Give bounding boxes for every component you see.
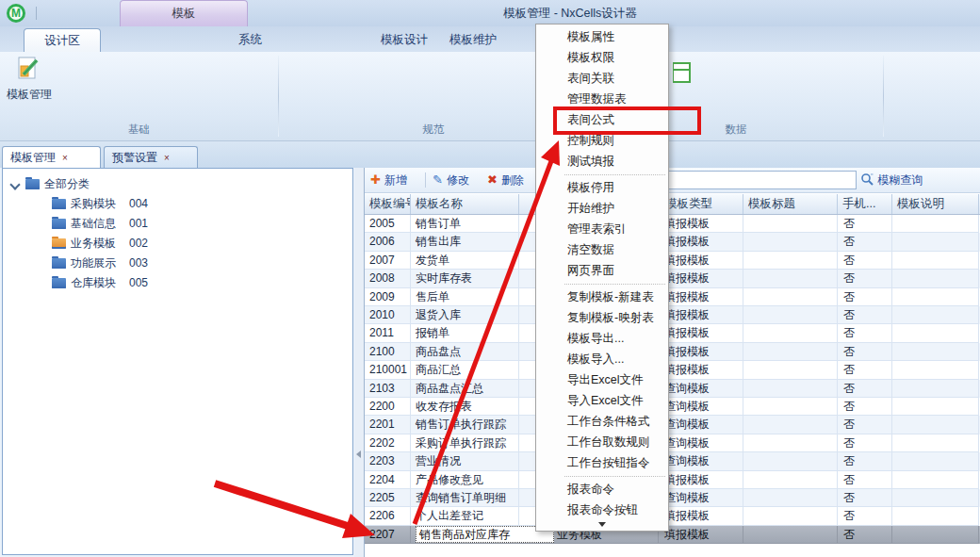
panel-splitter[interactable]	[354, 168, 364, 557]
table-row-2010[interactable]: 2010退货入库填报模板否	[365, 306, 980, 324]
delete-button[interactable]: ✖删除	[487, 171, 524, 189]
folder-icon	[52, 219, 66, 229]
cell-type: 查询模板	[659, 398, 743, 416]
menu-item-复制模板-映射表[interactable]: 复制模板-映射表	[536, 307, 668, 328]
add-button[interactable]: ✚新增	[370, 171, 407, 189]
column-header-模板类型[interactable]: 模板类型	[659, 194, 743, 214]
menu-item-报表命令按钮[interactable]: 报表命令按钮	[536, 500, 668, 520]
cell-type: 填报模板	[659, 507, 743, 525]
tree-item-code: 005	[129, 276, 148, 289]
edit-button[interactable]: ✎修改	[433, 171, 469, 189]
cell-id: 2010	[365, 306, 411, 324]
cell-phone: 否	[838, 215, 892, 233]
menu-scroll-down-icon[interactable]	[536, 520, 668, 529]
cell-name: 实时库存表	[411, 270, 519, 287]
menu-item-表间关联[interactable]: 表间关联	[536, 68, 668, 89]
menu-item-开始维护[interactable]: 开始维护	[536, 198, 668, 219]
menu-item-工作台取数规则[interactable]: 工作台取数规则	[536, 432, 668, 452]
table-row-2201[interactable]: 2201销售订单执行跟踪查询模板否	[365, 416, 980, 434]
cell-type: 填报模板	[659, 306, 743, 324]
menu-item-模板权限[interactable]: 模板权限	[536, 47, 668, 68]
menu-item-网页界面[interactable]: 网页界面	[536, 260, 668, 281]
tree-root-label: 全部分类	[44, 174, 90, 194]
menu-item-复制模板-新建表[interactable]: 复制模板-新建表	[536, 287, 668, 307]
cell-id: 2206	[365, 507, 411, 525]
tree-item-业务模板[interactable]: 业务模板002	[3, 234, 351, 254]
menu-item-报表命令[interactable]: 报表命令	[536, 479, 668, 500]
menu-item-模板导入...[interactable]: 模板导入...	[536, 349, 668, 369]
menu-item-模板导出...[interactable]: 模板导出...	[536, 328, 668, 349]
menu-item-导入Excel文件[interactable]: 导入Excel文件	[536, 390, 668, 411]
magnifier-icon	[860, 172, 874, 187]
table-row-2203[interactable]: 2203营业情况查询模板否	[365, 452, 980, 470]
ribbon-tab-4[interactable]: 模板维护	[441, 28, 505, 52]
column-header-模板标题[interactable]: 模板标题	[743, 194, 838, 214]
close-tab-icon[interactable]: ×	[164, 153, 170, 163]
tree-item-功能展示[interactable]: 功能展示003	[3, 254, 351, 273]
cell-desc	[892, 489, 979, 507]
tree-item-仓库模块[interactable]: 仓库模块005	[3, 273, 351, 293]
table-row-2008[interactable]: 2008实时库存表填报模板否	[365, 270, 980, 287]
cell-phone: 否	[838, 398, 892, 416]
menu-item-工作台按钮指令[interactable]: 工作台按钮指令	[536, 452, 668, 473]
cell-id: 2204	[365, 471, 411, 489]
tree-root-item[interactable]: 全部分类	[3, 174, 351, 194]
cell-phone: 否	[838, 526, 892, 544]
table-row-210001[interactable]: 210001商品汇总填报模板否	[365, 361, 980, 379]
menu-item-工作台条件格式[interactable]: 工作台条件格式	[536, 411, 668, 432]
cell-name: 商品盘点汇总	[411, 380, 519, 398]
menu-item-模板属性[interactable]: 模板属性	[536, 26, 668, 47]
cell-desc	[892, 215, 979, 233]
cell-title	[743, 215, 838, 233]
table-row-2207[interactable]: 2207业务模板填报模板否销售商品对应库存	[365, 526, 980, 544]
cell-id: 2005	[365, 215, 411, 233]
table-row-2007[interactable]: 2007发货单填报模板否	[365, 252, 980, 270]
table-row-2205[interactable]: 2205查询销售订单明细查询模板否	[365, 489, 980, 507]
close-tab-icon[interactable]: ×	[62, 153, 68, 163]
ribbon-tab-2[interactable]: 系统	[224, 28, 276, 52]
table-row-2204[interactable]: 2204产品修改意见填报模板否	[365, 471, 980, 489]
table-row-2103[interactable]: 2103商品盘点汇总查询模板否	[365, 380, 980, 398]
cell-type: 填报模板	[659, 343, 743, 361]
tree-item-label: 采购模块004	[71, 194, 148, 214]
menu-item-导出Excel文件[interactable]: 导出Excel文件	[536, 369, 668, 390]
cell-id: 2201	[365, 416, 411, 434]
menu-item-测试填报[interactable]: 测试填报	[536, 151, 668, 172]
table-row-2011[interactable]: 2011报销单填报模板否	[365, 324, 980, 342]
context-tab-template[interactable]: 模板	[120, 0, 248, 26]
table-row-2005[interactable]: 2005销售订单填报模板否	[365, 215, 980, 233]
doc-tab-2[interactable]: 预警设置×	[104, 146, 198, 168]
chevron-down-icon[interactable]	[9, 179, 20, 189]
splitter-collapse-icon[interactable]	[356, 451, 361, 458]
table-row-2006[interactable]: 2006销售出库填报模板否	[365, 233, 980, 251]
cell-name: 销售订单执行跟踪	[411, 416, 519, 434]
cell-phone: 否	[838, 343, 892, 361]
doc-tab-1[interactable]: 模板管理×	[2, 146, 101, 168]
ribbon-group-separator	[883, 56, 884, 137]
ribbon-tab-1[interactable]: 设计区	[24, 28, 101, 52]
column-header-模板说明[interactable]: 模板说明	[892, 194, 979, 214]
cell-title	[743, 526, 838, 544]
cell-id: 2008	[365, 270, 411, 287]
tree-item-基础信息[interactable]: 基础信息001	[3, 214, 351, 234]
column-header-模板编号[interactable]: 模板编号	[365, 194, 411, 214]
column-header-手机...[interactable]: 手机...	[838, 194, 892, 214]
table-row-2100[interactable]: 2100商品盘点填报模板否	[365, 343, 980, 361]
fuzzy-query-button[interactable]: 模糊查询	[860, 171, 923, 189]
menu-item-清空数据[interactable]: 清空数据	[536, 239, 668, 260]
ribbon: 模板管理工作流管理导航管理自定义表单基础下拉方式树形结构列表方式12自动编号复选…	[0, 52, 980, 141]
inline-name-editor[interactable]: 销售商品对应库存	[416, 526, 554, 543]
table-row-2202[interactable]: 2202采购订单执行跟踪查询模板否	[365, 434, 980, 452]
table-row-2206[interactable]: 2206个人出差登记填报模板否	[365, 507, 980, 525]
column-header-模板名称[interactable]: 模板名称	[411, 194, 519, 214]
ribbon-tab-3[interactable]: 模板设计	[372, 28, 436, 52]
table-row-2200[interactable]: 2200收发存报表查询模板否	[365, 398, 980, 416]
cell-name: 售后单	[411, 288, 519, 306]
folder-icon	[52, 278, 66, 288]
tree-item-采购模块[interactable]: 采购模块004	[3, 194, 351, 214]
menu-item-管理表索引[interactable]: 管理表索引	[536, 219, 668, 239]
menu-item-模板停用[interactable]: 模板停用	[536, 177, 668, 198]
table-row-2009[interactable]: 2009售后单填报模板否	[365, 288, 980, 306]
cell-id: 2011	[365, 324, 411, 342]
cell-title	[743, 361, 838, 379]
